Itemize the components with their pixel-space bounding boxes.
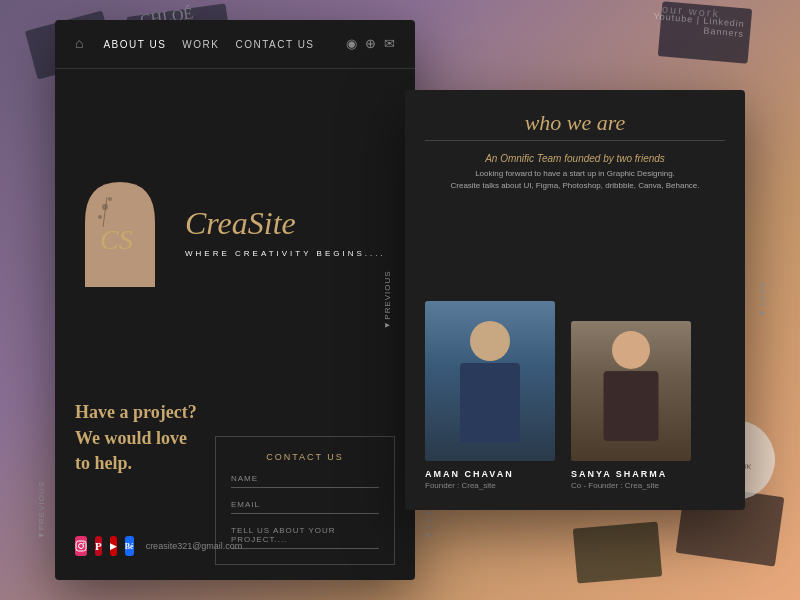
nav-links: ABOUT US WORK CONTACT US	[103, 39, 326, 50]
pinterest-nav-icon[interactable]: ⊕	[365, 36, 376, 52]
contact-form-title: CONTACT US	[231, 452, 379, 462]
who-we-are-title: who we are	[425, 110, 725, 136]
pinterest-icon[interactable]: P	[95, 536, 102, 556]
email-label: EMAIL	[231, 500, 379, 509]
email-field[interactable]: EMAIL	[231, 500, 379, 514]
home-icon[interactable]: ⌂	[75, 36, 83, 52]
left-panel: ⌂ ABOUT US WORK CONTACT US ◉ ⊕ ✉	[55, 20, 415, 580]
bottom-section: Have a project? We would love to help. C…	[55, 385, 415, 580]
svg-rect-5	[76, 541, 86, 551]
previous-label-left[interactable]: ◄Previous	[37, 481, 46, 540]
person-2-image	[571, 321, 691, 461]
member-1-photo	[425, 301, 555, 461]
svg-point-6	[79, 544, 84, 549]
member-1-role: Founder : Crea_site	[425, 481, 496, 490]
member-1-name: AMAN CHAVAN	[425, 469, 514, 479]
member-2: SANYA SHARMA Co - Founder : Crea_site	[571, 321, 691, 490]
svg-text:CS: CS	[100, 224, 133, 255]
social-bottom: P ▶ Bé creasite321@gmail.com	[75, 536, 215, 556]
youtube-icon[interactable]: ▶	[110, 536, 117, 556]
logo-arch: CS	[75, 177, 165, 287]
person-1-image	[425, 301, 555, 461]
member-1: AMAN CHAVAN Founder : Crea_site	[425, 301, 555, 490]
svg-point-2	[108, 197, 112, 201]
brand-name: CreaSite	[185, 206, 395, 241]
hero-text: CreaSite WHERE CREATIVITY BEGINS....	[185, 206, 395, 258]
project-label: TELL US ABOUT YOUR PROJECT....	[231, 526, 379, 544]
next-label-right-panel[interactable]: Next►	[758, 282, 767, 317]
instagram-nav-icon[interactable]: ◉	[346, 36, 357, 52]
name-label: NAME	[231, 474, 379, 483]
svg-point-7	[83, 543, 85, 545]
nav-work[interactable]: WORK	[182, 39, 219, 50]
navigation: ⌂ ABOUT US WORK CONTACT US ◉ ⊕ ✉	[55, 20, 415, 69]
behance-icon[interactable]: Bé	[125, 536, 134, 556]
team-members: AMAN CHAVAN Founder : Crea_site SANYA SH…	[425, 208, 725, 490]
member-2-photo	[571, 321, 691, 461]
about-panel: who we are An Omnific Team founded by tw…	[405, 90, 745, 510]
project-field[interactable]: TELL US ABOUT YOUR PROJECT....	[231, 526, 379, 549]
member-2-name: SANYA SHARMA	[571, 469, 667, 479]
hero-section: CS CreaSite WHERE CREATIVITY BEGINS....	[55, 69, 415, 385]
main-container: ⌂ ABOUT US WORK CONTACT US ◉ ⊕ ✉	[0, 0, 800, 600]
member-2-role: Co - Founder : Crea_site	[571, 481, 659, 490]
tagline: WHERE CREATIVITY BEGINS....	[185, 249, 395, 258]
nav-about[interactable]: ABOUT US	[103, 39, 166, 50]
instagram-icon[interactable]	[75, 536, 87, 556]
email-address: creasite321@gmail.com	[146, 541, 243, 551]
name-field[interactable]: NAME	[231, 474, 379, 488]
nav-social-icons: ◉ ⊕ ✉	[346, 36, 395, 52]
previous-label-right-panel[interactable]: ◄Previous	[383, 270, 392, 329]
omnific-description: Looking forward to have a start up in Gr…	[425, 168, 725, 192]
divider	[425, 140, 725, 141]
svg-point-1	[98, 215, 102, 219]
nav-contact[interactable]: CONTACT US	[235, 39, 314, 50]
email-nav-icon[interactable]: ✉	[384, 36, 395, 52]
omnific-tagline: An Omnific Team founded by two friends	[425, 153, 725, 164]
